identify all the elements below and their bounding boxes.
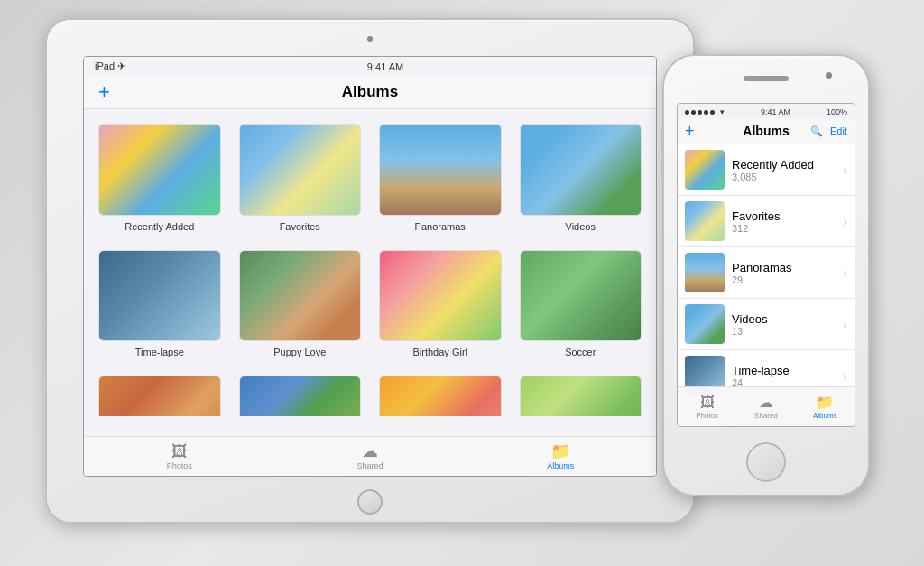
ipad-album-row3b[interactable] — [239, 376, 362, 416]
iphone-vol-up[interactable] — [661, 128, 664, 150]
ipad-tab-shared[interactable]: ☁Shared — [274, 443, 465, 470]
album-label-favorites: Favorites — [280, 221, 320, 232]
iphone-tab-photos[interactable]: 🖼Photos — [678, 394, 736, 420]
ipad-tab-photos[interactable]: 🖼Photos — [84, 443, 274, 470]
ipad-tabbar: 🖼Photos☁Shared📁Albums — [84, 436, 656, 476]
ipad-album-soccer[interactable]: Soccer — [520, 250, 642, 358]
iphone-edit-button[interactable]: Edit — [830, 125, 847, 136]
iphone-tab-shared[interactable]: ☁Shared — [736, 394, 795, 420]
album-thumb-recently-added — [98, 124, 221, 216]
signal-dot-5 — [710, 110, 715, 115]
iphone-shared-icon: ☁ — [759, 394, 773, 411]
iphone-chevron-panoramas: › — [843, 265, 847, 280]
ipad-status-left: iPad ✈ — [95, 60, 125, 72]
ipad-album-timelapse[interactable]: Time-lapse — [98, 250, 221, 358]
album-thumb-soccer — [520, 250, 642, 342]
iphone-thumb-favorites — [685, 201, 725, 241]
iphone-power-button[interactable] — [868, 137, 871, 170]
album-label-panoramas: Panoramas — [415, 221, 466, 232]
iphone-info-videos: Videos13 — [732, 312, 836, 337]
iphone-vol-down[interactable] — [661, 157, 664, 179]
iphone-album-panoramas[interactable]: Panoramas29› — [678, 247, 855, 299]
album-thumb-row3d — [520, 376, 642, 416]
iphone-info-timelapse: Time-lapse24 — [732, 364, 836, 388]
iphone-chevron-timelapse: › — [843, 368, 847, 383]
iphone-screen-content: ▾ 9:41 AM 100% + Albums 🔍 Edit Recentl — [678, 104, 855, 426]
album-thumb-birthday-girl — [379, 250, 502, 342]
iphone-info-panoramas: Panoramas29 — [732, 261, 836, 285]
photos-tab-icon: 🖼 — [171, 443, 188, 459]
scene: iPad ✈ 9:41 AM + Albums Recently AddedFa… — [0, 0, 924, 566]
iphone-thumb-panoramas — [685, 253, 725, 292]
ipad-navbar: + Albums — [84, 76, 656, 109]
ipad-album-row3a[interactable] — [98, 376, 221, 416]
ipad-screen: iPad ✈ 9:41 AM + Albums Recently AddedFa… — [83, 56, 657, 477]
iphone-shared-label: Shared — [754, 412, 778, 420]
ipad-album-panoramas[interactable]: Panoramas — [379, 124, 502, 232]
album-thumb-timelapse — [98, 250, 221, 342]
ipad-album-birthday-girl[interactable]: Birthday Girl — [379, 250, 502, 358]
album-label-videos: Videos — [566, 221, 596, 232]
signal-dot-1 — [685, 110, 689, 115]
iphone-wifi-icon: ▾ — [720, 107, 725, 116]
iphone-speaker — [744, 76, 789, 81]
iphone-album-videos[interactable]: Videos13› — [678, 299, 855, 350]
shared-tab-icon: ☁ — [362, 443, 378, 459]
ipad-navbar-title: Albums — [342, 83, 398, 101]
iphone-screen: ▾ 9:41 AM 100% + Albums 🔍 Edit Recentl — [677, 103, 855, 427]
iphone-battery: 100% — [827, 107, 847, 116]
iphone-album-recently-added[interactable]: Recently Added3,085› — [678, 144, 855, 196]
iphone-chevron-videos: › — [843, 317, 847, 331]
ipad-album-row3c[interactable] — [379, 376, 502, 416]
iphone-albums-icon: 📁 — [816, 394, 834, 411]
album-label-timelapse: Time-lapse — [135, 347, 184, 357]
iphone-search-button[interactable]: 🔍 — [810, 125, 823, 137]
albums-tab-icon: 📁 — [550, 443, 570, 459]
iphone-navbar-actions: 🔍 Edit — [810, 125, 847, 137]
iphone-navbar: + Albums 🔍 Edit — [678, 118, 855, 144]
signal-dot-4 — [704, 110, 708, 115]
album-thumb-panoramas — [379, 124, 502, 216]
signal-dot-3 — [698, 110, 702, 115]
iphone-tab-albums[interactable]: 📁Albums — [796, 394, 855, 420]
iphone-album-name-timelapse: Time-lapse — [732, 364, 836, 377]
album-thumb-puppy-love — [239, 250, 362, 342]
ipad-home-button[interactable] — [357, 489, 383, 515]
iphone-home-button[interactable] — [746, 442, 786, 482]
album-label-soccer: Soccer — [565, 347, 596, 357]
ipad-add-button[interactable]: + — [98, 82, 110, 102]
iphone-time: 9:41 AM — [761, 107, 790, 116]
iphone-status-bar: ▾ 9:41 AM 100% — [678, 104, 855, 118]
ipad-album-row3d[interactable] — [520, 376, 642, 416]
iphone-album-count-videos: 13 — [732, 326, 836, 337]
ipad-album-favorites[interactable]: Favorites — [239, 124, 362, 232]
ipad-carrier: iPad ✈ — [95, 60, 125, 72]
ipad-album-videos[interactable]: Videos — [520, 124, 642, 232]
ipad-time: 9:41 AM — [367, 61, 403, 72]
album-thumb-row3c — [379, 376, 502, 416]
iphone-album-count-panoramas: 29 — [732, 274, 836, 285]
iphone-album-favorites[interactable]: Favorites312› — [678, 196, 855, 247]
ipad-status-bar: iPad ✈ 9:41 AM — [84, 57, 656, 76]
iphone-signal: ▾ — [685, 107, 725, 116]
album-thumb-row3b — [239, 376, 362, 416]
iphone-add-button[interactable]: + — [685, 122, 695, 141]
iphone-navbar-title: Albums — [743, 124, 789, 138]
ipad-device: iPad ✈ 9:41 AM + Albums Recently AddedFa… — [45, 18, 695, 524]
iphone-album-name-panoramas: Panoramas — [732, 261, 836, 274]
signal-dot-2 — [691, 110, 696, 115]
iphone-chevron-recently-added: › — [843, 162, 847, 177]
ipad-album-recently-added[interactable]: Recently Added — [98, 124, 221, 232]
album-label-birthday-girl: Birthday Girl — [412, 347, 467, 357]
iphone-album-name-favorites: Favorites — [732, 209, 836, 223]
iphone-photos-icon: 🖼 — [700, 394, 715, 411]
ipad-tab-albums[interactable]: 📁Albums — [466, 443, 656, 470]
iphone-album-name-recently-added: Recently Added — [732, 158, 836, 172]
iphone-camera — [826, 72, 832, 79]
ipad-camera — [367, 36, 373, 42]
ipad-album-puppy-love[interactable]: Puppy Love — [239, 250, 362, 358]
shared-tab-label: Shared — [356, 461, 383, 470]
iphone-photos-label: Photos — [696, 412, 718, 420]
iphone-album-name-videos: Videos — [732, 312, 836, 326]
album-label-puppy-love: Puppy Love — [273, 347, 326, 357]
